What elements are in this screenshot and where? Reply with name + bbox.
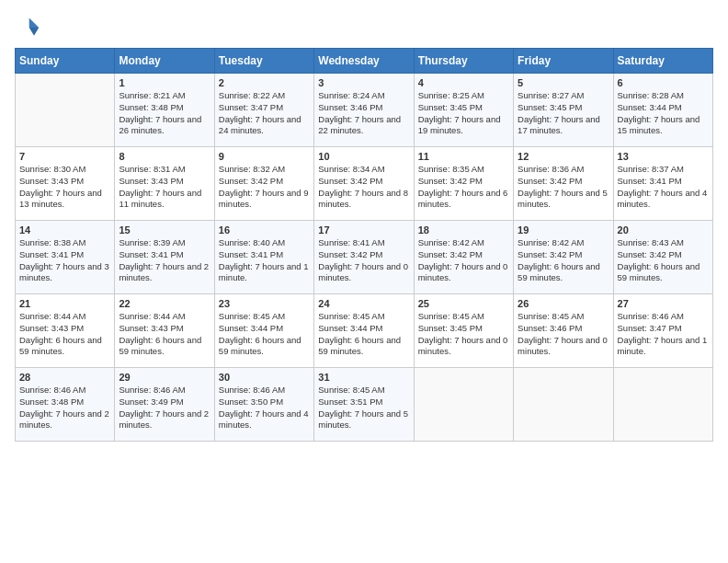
day-info: Sunrise: 8:40 AMSunset: 3:41 PMDaylight:…	[219, 237, 310, 284]
day-info: Sunrise: 8:43 AMSunset: 3:42 PMDaylight:…	[618, 237, 709, 284]
week-row-1: 1Sunrise: 8:21 AMSunset: 3:48 PMDaylight…	[16, 74, 713, 147]
day-number: 6	[618, 77, 709, 88]
calendar-cell	[16, 74, 115, 147]
calendar-cell: 2Sunrise: 8:22 AMSunset: 3:47 PMDaylight…	[214, 74, 313, 147]
weekday-header-friday: Friday	[514, 49, 613, 74]
weekday-header-thursday: Thursday	[414, 49, 513, 74]
calendar-cell: 19Sunrise: 8:42 AMSunset: 3:42 PMDayligh…	[514, 221, 613, 294]
day-number: 25	[418, 298, 509, 309]
calendar-cell: 7Sunrise: 8:30 AMSunset: 3:43 PMDaylight…	[16, 147, 115, 221]
calendar-cell: 20Sunrise: 8:43 AMSunset: 3:42 PMDayligh…	[613, 221, 712, 294]
calendar-cell: 17Sunrise: 8:41 AMSunset: 3:42 PMDayligh…	[314, 221, 414, 294]
day-number: 14	[19, 224, 110, 236]
calendar-cell: 4Sunrise: 8:25 AMSunset: 3:45 PMDaylight…	[414, 74, 513, 147]
day-info: Sunrise: 8:41 AMSunset: 3:42 PMDaylight:…	[318, 237, 409, 284]
calendar-cell: 26Sunrise: 8:45 AMSunset: 3:46 PMDayligh…	[514, 294, 613, 368]
day-info: Sunrise: 8:28 AMSunset: 3:44 PMDaylight:…	[618, 90, 709, 137]
day-number: 8	[119, 151, 210, 162]
week-row-5: 28Sunrise: 8:46 AMSunset: 3:48 PMDayligh…	[16, 368, 713, 442]
day-number: 27	[618, 298, 709, 309]
day-number: 30	[219, 372, 310, 383]
day-number: 18	[418, 224, 509, 236]
day-number: 19	[518, 224, 609, 236]
day-info: Sunrise: 8:42 AMSunset: 3:42 PMDaylight:…	[518, 237, 609, 284]
day-info: Sunrise: 8:35 AMSunset: 3:42 PMDaylight:…	[418, 164, 509, 211]
day-number: 10	[318, 151, 409, 162]
day-info: Sunrise: 8:37 AMSunset: 3:41 PMDaylight:…	[618, 164, 709, 211]
calendar-cell: 25Sunrise: 8:45 AMSunset: 3:45 PMDayligh…	[414, 294, 513, 368]
day-number: 5	[518, 77, 609, 88]
calendar-cell: 1Sunrise: 8:21 AMSunset: 3:48 PMDaylight…	[115, 74, 214, 147]
weekday-header-wednesday: Wednesday	[314, 49, 414, 74]
weekday-header-monday: Monday	[115, 49, 214, 74]
week-row-4: 21Sunrise: 8:44 AMSunset: 3:43 PMDayligh…	[16, 294, 713, 368]
calendar-cell: 16Sunrise: 8:40 AMSunset: 3:41 PMDayligh…	[214, 221, 313, 294]
day-number: 11	[418, 151, 509, 162]
calendar-table: SundayMondayTuesdayWednesdayThursdayFrid…	[15, 48, 713, 442]
day-number: 17	[318, 224, 409, 236]
calendar-cell: 18Sunrise: 8:42 AMSunset: 3:42 PMDayligh…	[414, 221, 513, 294]
calendar-cell: 29Sunrise: 8:46 AMSunset: 3:49 PMDayligh…	[115, 368, 214, 442]
day-info: Sunrise: 8:45 AMSunset: 3:44 PMDaylight:…	[219, 311, 310, 358]
day-info: Sunrise: 8:34 AMSunset: 3:42 PMDaylight:…	[318, 164, 409, 211]
day-info: Sunrise: 8:36 AMSunset: 3:42 PMDaylight:…	[518, 164, 609, 211]
calendar-cell: 14Sunrise: 8:38 AMSunset: 3:41 PMDayligh…	[16, 221, 115, 294]
day-info: Sunrise: 8:46 AMSunset: 3:50 PMDaylight:…	[219, 385, 310, 431]
calendar-cell: 10Sunrise: 8:34 AMSunset: 3:42 PMDayligh…	[314, 147, 414, 221]
day-number: 23	[219, 298, 310, 309]
day-number: 7	[19, 151, 110, 162]
calendar-cell: 8Sunrise: 8:31 AMSunset: 3:43 PMDaylight…	[115, 147, 214, 221]
calendar-cell: 31Sunrise: 8:45 AMSunset: 3:51 PMDayligh…	[314, 368, 414, 442]
logo-icon	[15, 15, 40, 40]
weekday-header-tuesday: Tuesday	[214, 49, 313, 74]
day-info: Sunrise: 8:46 AMSunset: 3:47 PMDaylight:…	[618, 311, 709, 358]
day-number: 16	[219, 224, 310, 236]
day-info: Sunrise: 8:45 AMSunset: 3:51 PMDaylight:…	[318, 385, 409, 431]
day-info: Sunrise: 8:46 AMSunset: 3:48 PMDaylight:…	[19, 385, 110, 431]
day-info: Sunrise: 8:38 AMSunset: 3:41 PMDaylight:…	[19, 237, 110, 284]
weekday-header-row: SundayMondayTuesdayWednesdayThursdayFrid…	[16, 49, 713, 74]
day-number: 13	[618, 151, 709, 162]
day-info: Sunrise: 8:25 AMSunset: 3:45 PMDaylight:…	[418, 90, 509, 137]
day-number: 20	[618, 224, 709, 236]
day-info: Sunrise: 8:27 AMSunset: 3:45 PMDaylight:…	[518, 90, 609, 137]
day-info: Sunrise: 8:46 AMSunset: 3:49 PMDaylight:…	[119, 385, 210, 431]
calendar-cell: 24Sunrise: 8:45 AMSunset: 3:44 PMDayligh…	[314, 294, 414, 368]
calendar-cell: 27Sunrise: 8:46 AMSunset: 3:47 PMDayligh…	[613, 294, 712, 368]
calendar-cell: 21Sunrise: 8:44 AMSunset: 3:43 PMDayligh…	[16, 294, 115, 368]
calendar-cell: 30Sunrise: 8:46 AMSunset: 3:50 PMDayligh…	[214, 368, 313, 442]
calendar-cell: 3Sunrise: 8:24 AMSunset: 3:46 PMDaylight…	[314, 74, 414, 147]
logo	[15, 15, 44, 40]
day-number: 1	[119, 77, 210, 88]
calendar-cell	[514, 368, 613, 442]
weekday-header-sunday: Sunday	[16, 49, 115, 74]
week-row-2: 7Sunrise: 8:30 AMSunset: 3:43 PMDaylight…	[16, 147, 713, 221]
day-number: 29	[119, 372, 210, 383]
day-number: 24	[318, 298, 409, 309]
day-info: Sunrise: 8:45 AMSunset: 3:44 PMDaylight:…	[318, 311, 409, 358]
week-row-3: 14Sunrise: 8:38 AMSunset: 3:41 PMDayligh…	[16, 221, 713, 294]
calendar-cell: 6Sunrise: 8:28 AMSunset: 3:44 PMDaylight…	[613, 74, 712, 147]
day-info: Sunrise: 8:24 AMSunset: 3:46 PMDaylight:…	[318, 90, 409, 137]
day-info: Sunrise: 8:42 AMSunset: 3:42 PMDaylight:…	[418, 237, 509, 284]
day-number: 21	[19, 298, 110, 309]
calendar-cell	[613, 368, 712, 442]
calendar-cell: 15Sunrise: 8:39 AMSunset: 3:41 PMDayligh…	[115, 221, 214, 294]
day-info: Sunrise: 8:45 AMSunset: 3:45 PMDaylight:…	[418, 311, 509, 358]
day-number: 9	[219, 151, 310, 162]
day-number: 15	[119, 224, 210, 236]
day-info: Sunrise: 8:45 AMSunset: 3:46 PMDaylight:…	[518, 311, 609, 358]
day-number: 12	[518, 151, 609, 162]
day-number: 3	[318, 77, 409, 88]
day-info: Sunrise: 8:31 AMSunset: 3:43 PMDaylight:…	[119, 164, 210, 211]
header	[15, 15, 713, 40]
calendar-cell: 12Sunrise: 8:36 AMSunset: 3:42 PMDayligh…	[514, 147, 613, 221]
day-number: 31	[318, 372, 409, 383]
calendar-cell: 22Sunrise: 8:44 AMSunset: 3:43 PMDayligh…	[115, 294, 214, 368]
calendar-cell: 9Sunrise: 8:32 AMSunset: 3:42 PMDaylight…	[214, 147, 313, 221]
day-number: 22	[119, 298, 210, 309]
calendar-cell: 23Sunrise: 8:45 AMSunset: 3:44 PMDayligh…	[214, 294, 313, 368]
day-info: Sunrise: 8:44 AMSunset: 3:43 PMDaylight:…	[19, 311, 110, 358]
calendar-cell: 11Sunrise: 8:35 AMSunset: 3:42 PMDayligh…	[414, 147, 513, 221]
calendar-cell: 28Sunrise: 8:46 AMSunset: 3:48 PMDayligh…	[16, 368, 115, 442]
